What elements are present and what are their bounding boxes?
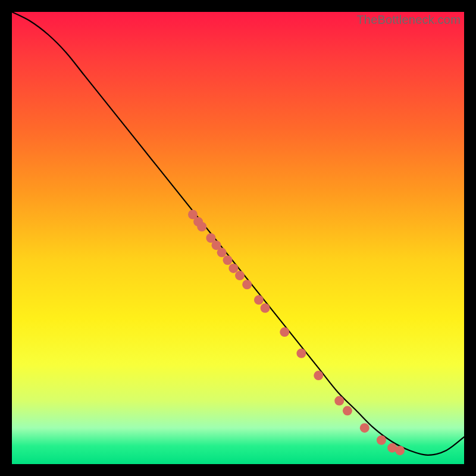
scatter-dot [197, 222, 206, 231]
scatter-dot [235, 271, 245, 280]
scatter-dot [280, 327, 289, 337]
curve-path [12, 12, 464, 455]
scatter-dot [377, 436, 386, 445]
scatter-dot [217, 248, 227, 257]
scatter-dot [261, 303, 270, 313]
scatter-dot [228, 264, 238, 273]
scatter-dot [223, 255, 233, 265]
scatter-group [188, 209, 405, 455]
scatter-dot [343, 406, 352, 415]
scatter-dot [334, 396, 344, 406]
plot-area: TheBottleneck.com [12, 12, 464, 464]
scatter-dot [254, 295, 264, 305]
scatter-dot [395, 446, 405, 455]
scatter-dot [360, 423, 369, 433]
scatter-dot [296, 349, 306, 358]
chart-svg [12, 12, 464, 464]
scatter-dot [242, 280, 252, 289]
scatter-dot [314, 371, 323, 380]
chart-stage: TheBottleneck.com [0, 0, 476, 476]
